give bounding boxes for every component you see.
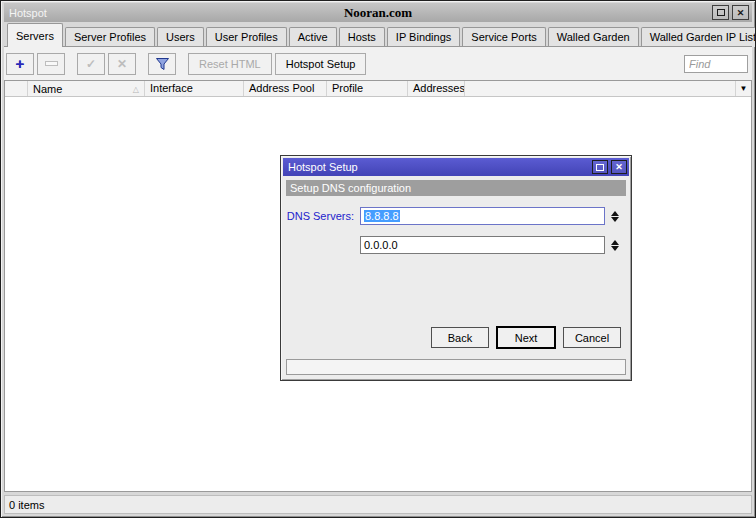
column-header-name[interactable]: Name △ — [28, 81, 145, 96]
tab-servers[interactable]: Servers — [7, 23, 63, 47]
window-controls: ✕ — [712, 5, 752, 20]
item-count: 0 items — [9, 499, 44, 511]
column-header-interface[interactable]: Interface — [145, 81, 244, 96]
window-titlebar[interactable]: Hotspot Nooran.com ✕ — [4, 3, 752, 22]
column-header-address-pool[interactable]: Address Pool — [244, 81, 327, 96]
sort-ascending-icon: △ — [133, 85, 139, 94]
close-icon: ✕ — [615, 162, 623, 172]
dns-servers-label: DNS Servers: — [281, 210, 354, 222]
table-header-row: Name △ Interface Address Pool Profile Ad… — [5, 81, 751, 97]
plus-icon: + — [16, 56, 25, 71]
maximize-icon — [717, 9, 725, 16]
tab-hosts[interactable]: Hosts — [339, 27, 385, 47]
check-icon: ✓ — [86, 58, 96, 70]
column-header-filler — [465, 81, 735, 96]
column-header-profile[interactable]: Profile — [327, 81, 408, 96]
tab-users[interactable]: Users — [157, 27, 204, 47]
cross-icon: ✕ — [117, 58, 127, 70]
maximize-button[interactable] — [712, 5, 729, 20]
tab-service-ports[interactable]: Service Ports — [462, 27, 545, 47]
spinner-up-icon — [611, 211, 619, 216]
back-button[interactable]: Back — [431, 327, 489, 348]
dialog-title: Hotspot Setup — [288, 161, 358, 173]
tab-walled-garden-ip-list[interactable]: Walled Garden IP List — [641, 27, 756, 47]
tab-ip-bindings[interactable]: IP Bindings — [387, 27, 460, 47]
tab-bar: Servers Server Profiles Users User Profi… — [4, 22, 752, 47]
dns-primary-input[interactable]: 8.8.8.8 — [360, 207, 605, 225]
dialog-titlebar[interactable]: Hotspot Setup ✕ — [283, 158, 629, 176]
dialog-close-button[interactable]: ✕ — [611, 160, 627, 174]
tab-server-profiles[interactable]: Server Profiles — [65, 27, 155, 47]
hotspot-setup-button[interactable]: Hotspot Setup — [275, 53, 367, 75]
dialog-button-row: Back Next Cancel — [431, 327, 621, 348]
dns-primary-stepper[interactable] — [609, 207, 621, 225]
close-icon: ✕ — [737, 8, 745, 18]
add-button[interactable]: + — [6, 53, 34, 75]
tab-active[interactable]: Active — [289, 27, 337, 47]
window-title: Hotspot — [4, 7, 47, 19]
dns-secondary-stepper[interactable] — [609, 236, 621, 254]
chevron-down-icon: ▼ — [740, 84, 748, 93]
hotspot-setup-dialog: Hotspot Setup ✕ Setup DNS configuration … — [280, 155, 632, 381]
spinner-up-icon — [611, 240, 619, 245]
close-button[interactable]: ✕ — [732, 5, 749, 20]
next-button[interactable]: Next — [497, 327, 555, 348]
toolbar: + ✓ ✕ Reset HTML Hotspot Setup — [4, 46, 752, 80]
enable-button[interactable]: ✓ — [77, 53, 105, 75]
dns-primary-value: 8.8.8.8 — [364, 210, 400, 222]
dns-secondary-row: 0.0.0.0 — [281, 236, 631, 254]
minus-icon — [45, 61, 58, 66]
find-input[interactable] — [684, 55, 748, 73]
dialog-status-bar — [286, 359, 626, 375]
spinner-down-icon — [611, 217, 619, 222]
dns-secondary-value: 0.0.0.0 — [364, 239, 398, 251]
hotspot-window: Hotspot Nooran.com ✕ Servers Server Prof… — [0, 0, 756, 518]
dns-primary-row: DNS Servers: 8.8.8.8 — [281, 207, 631, 225]
dialog-controls: ✕ — [592, 160, 629, 174]
tab-user-profiles[interactable]: User Profiles — [206, 27, 287, 47]
tab-walled-garden[interactable]: Walled Garden — [548, 27, 639, 47]
wizard-step-label: Setup DNS configuration — [286, 180, 626, 196]
status-bar: 0 items — [4, 495, 752, 514]
funnel-icon — [155, 57, 170, 71]
column-select-button[interactable]: ▼ — [735, 81, 751, 96]
dns-secondary-input[interactable]: 0.0.0.0 — [360, 236, 605, 254]
filter-button[interactable] — [148, 53, 176, 75]
cancel-button[interactable]: Cancel — [563, 327, 621, 348]
spinner-down-icon — [611, 246, 619, 251]
disable-button[interactable]: ✕ — [108, 53, 136, 75]
maximize-icon — [596, 164, 604, 171]
remove-button[interactable] — [37, 53, 65, 75]
column-header-blank[interactable] — [5, 81, 28, 96]
dialog-maximize-button[interactable] — [592, 160, 608, 174]
reset-html-button[interactable]: Reset HTML — [188, 53, 272, 75]
router-identity-title: Nooran.com — [4, 5, 752, 21]
column-header-addresses[interactable]: Addresses ... — [408, 81, 465, 96]
